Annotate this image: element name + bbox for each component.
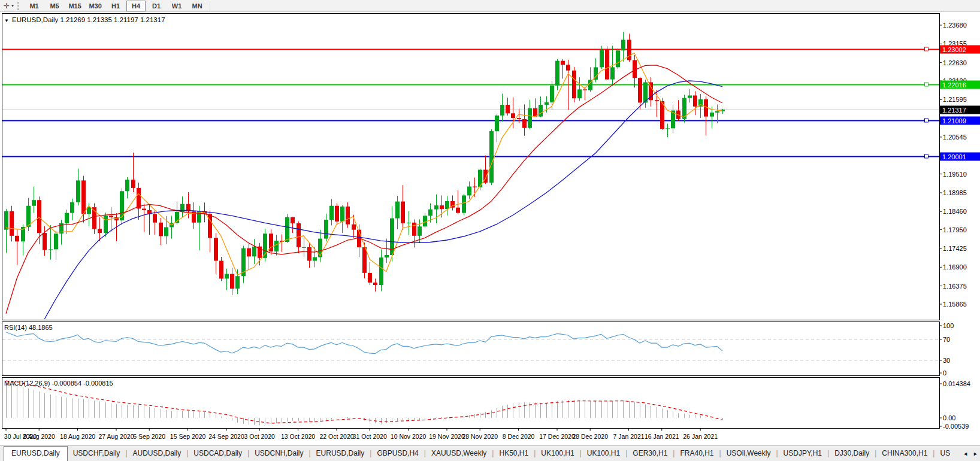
candle-body bbox=[368, 273, 372, 283]
timeframe-button-m1[interactable]: M1 bbox=[25, 1, 44, 11]
price-tick-label: 1.17425 bbox=[943, 245, 967, 252]
tab-scroll-right-icon[interactable]: ► bbox=[973, 451, 978, 457]
candle-body bbox=[274, 241, 279, 251]
candle-body bbox=[335, 206, 339, 222]
chart-tab-xauusd-weekly[interactable]: XAUUSD,Weekly bbox=[426, 447, 492, 461]
rsi-tick-label: 0 bbox=[943, 369, 946, 377]
chart-tab-eurusd-daily[interactable]: EURUSD,Daily bbox=[4, 446, 68, 461]
timeframe-button-m30[interactable]: M30 bbox=[86, 1, 105, 11]
chart-tab-hk50-h1[interactable]: HK50,H1 bbox=[494, 447, 534, 461]
candle-body bbox=[600, 50, 604, 68]
crosshair-tool-button[interactable]: ✛ ▾ bbox=[2, 1, 16, 11]
timeframe-button-d1[interactable]: D1 bbox=[147, 1, 166, 11]
candle-body bbox=[49, 249, 53, 250]
timeframe-button-m5[interactable]: M5 bbox=[45, 1, 64, 11]
chart-tab-usdcnh-daily[interactable]: USDCNH,Daily bbox=[249, 447, 308, 461]
chart-tab-fra40-h1[interactable]: FRA40,H1 bbox=[674, 447, 719, 461]
date-tick-label: 10 Nov 2020 bbox=[391, 433, 427, 440]
candle-body bbox=[528, 108, 532, 128]
candle-body bbox=[297, 223, 301, 247]
candle-body bbox=[655, 100, 659, 101]
candle-body bbox=[81, 180, 86, 214]
toolbar-grip bbox=[17, 2, 22, 10]
macd-pane[interactable] bbox=[2, 378, 940, 429]
level-drag-handle[interactable] bbox=[925, 83, 928, 86]
candle-body bbox=[550, 86, 554, 102]
date-tick-label: 3 Oct 2020 bbox=[244, 433, 276, 440]
chart-tab-uk100-h1[interactable]: UK100,H1 bbox=[536, 447, 579, 461]
chart-tab-usdchf-daily[interactable]: USDCHF,Daily bbox=[68, 447, 126, 461]
level-drag-handle[interactable] bbox=[925, 154, 928, 158]
crosshair-tool-icon: ✛ bbox=[4, 1, 10, 11]
macd-tick-label: -0.00539 bbox=[943, 423, 969, 430]
candle-body bbox=[142, 208, 146, 210]
candle-body bbox=[616, 50, 620, 67]
candle-body bbox=[522, 119, 527, 128]
date-tick-label: 24 Sep 2020 bbox=[208, 433, 244, 440]
candle-body bbox=[395, 202, 400, 219]
timeframe-button-h4[interactable]: H4 bbox=[126, 1, 146, 11]
chart-tab-dj30-daily[interactable]: DJ30,Daily bbox=[829, 447, 875, 461]
candle-body bbox=[401, 202, 405, 223]
candle-body bbox=[373, 283, 377, 285]
candle-body bbox=[131, 180, 135, 188]
candle-body bbox=[252, 247, 256, 257]
candle-body bbox=[159, 223, 163, 236]
main-price-pane[interactable] bbox=[2, 14, 940, 320]
collapse-arrow-icon[interactable]: ▼ bbox=[4, 18, 9, 23]
tab-scroll-left-icon[interactable]: ◄ bbox=[963, 451, 968, 457]
chart-tab-eurusd-daily[interactable]: EURUSD,Daily bbox=[311, 447, 370, 461]
candle-body bbox=[76, 180, 80, 202]
date-axis[interactable]: 30 Jul 20208 Aug 202018 Aug 202027 Aug 2… bbox=[4, 429, 718, 441]
price-badge-label: 1.20001 bbox=[942, 153, 966, 160]
rsi-tick-label: 70 bbox=[943, 336, 950, 343]
date-tick-label: 28 Dec 2020 bbox=[572, 433, 608, 440]
candle-body bbox=[572, 71, 576, 99]
candle-body bbox=[235, 276, 240, 289]
chart-canvas[interactable]: 10070300 0.0143840.00-0.00539 1.236801.2… bbox=[0, 12, 980, 445]
date-tick-label: 31 Oct 2020 bbox=[353, 433, 387, 440]
level-drag-handle[interactable] bbox=[925, 47, 928, 51]
chart-tabs: EURUSD,DailyUSDCHF,Daily|AUDUSD,Daily|US… bbox=[0, 445, 950, 461]
price-tick-label: 1.23680 bbox=[943, 22, 967, 29]
candle-body bbox=[462, 195, 466, 213]
timeframe-button-m15[interactable]: M15 bbox=[65, 1, 84, 11]
chart-title-ohlc: EURUSD,Daily 1.21269 1.21335 1.21197 1.2… bbox=[12, 16, 165, 23]
level-drag-handle[interactable] bbox=[925, 119, 928, 122]
candle-body bbox=[440, 205, 444, 209]
candle-body bbox=[98, 229, 102, 233]
price-tick-label: 1.16375 bbox=[943, 283, 967, 290]
candle-body bbox=[302, 247, 306, 248]
chart-tab-gbpusd-h4[interactable]: GBPUSD,H4 bbox=[371, 447, 424, 461]
candle-body bbox=[583, 89, 587, 90]
candle-body bbox=[285, 217, 289, 242]
chart-tab-usdcad-daily[interactable]: USDCAD,Daily bbox=[188, 447, 247, 461]
candle-body bbox=[65, 213, 69, 223]
price-badge-label: 1.22016 bbox=[942, 81, 966, 89]
chart-tab-us[interactable]: US bbox=[934, 447, 950, 461]
timeframe-button-w1[interactable]: W1 bbox=[167, 1, 186, 11]
candle-body bbox=[362, 247, 367, 273]
price-axis[interactable]: 1.236801.231551.226301.221201.215951.205… bbox=[939, 22, 967, 308]
chart-tab-china300-h1[interactable]: CHINA300,H1 bbox=[876, 447, 933, 461]
candle-body bbox=[561, 61, 565, 65]
candle-body bbox=[638, 78, 642, 102]
timeframe-button-mn[interactable]: MN bbox=[187, 1, 207, 11]
date-tick-label: 19 Nov 2020 bbox=[429, 433, 465, 440]
chart-tab-audusd-daily[interactable]: AUDUSD,Daily bbox=[128, 447, 187, 461]
timeframe-button-h1[interactable]: H1 bbox=[106, 1, 125, 11]
price-badge-label: 1.21009 bbox=[942, 117, 966, 125]
rsi-pane[interactable] bbox=[2, 322, 940, 376]
candle-body bbox=[605, 50, 609, 80]
date-tick-label: 26 Jan 2021 bbox=[683, 433, 718, 440]
chart-tab-uk100-h1[interactable]: UK100,H1 bbox=[582, 447, 625, 461]
chart-tab-ger30-h1[interactable]: GER30,H1 bbox=[627, 447, 673, 461]
chart-tab-usoil-weekly[interactable]: USOil,Weekly bbox=[721, 447, 776, 461]
price-tick-label: 1.18985 bbox=[943, 189, 967, 196]
price-tick-label: 1.15865 bbox=[943, 301, 967, 308]
candle-body bbox=[418, 226, 422, 236]
candle-body bbox=[412, 223, 416, 236]
chart-tab-usdjpy-h1[interactable]: USDJPY,H1 bbox=[778, 447, 827, 461]
tab-scroll-arrows: ◄ ► bbox=[960, 451, 978, 457]
candle-body bbox=[489, 131, 494, 183]
